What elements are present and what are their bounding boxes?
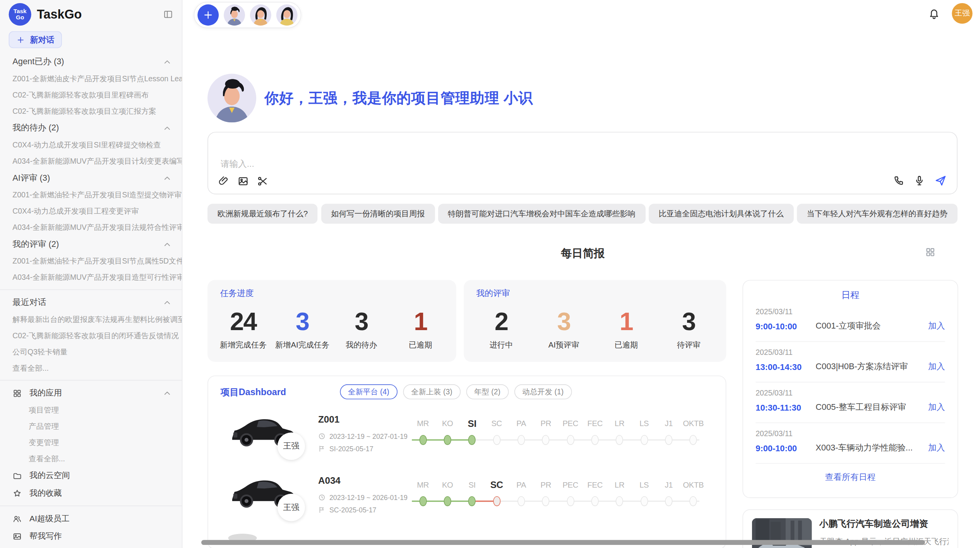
divider (0, 380, 182, 381)
milestone-cells: MRKOSISCPAPRPECFECLRLSJ1OKTB (411, 479, 706, 515)
agent-avatar-3[interactable] (276, 4, 298, 26)
add-agent-button[interactable] (197, 4, 219, 26)
clock-icon (318, 432, 326, 440)
chevron-up-icon[interactable] (163, 298, 172, 307)
stat-item: 2进行中 (470, 307, 532, 351)
dashboard-filter-chip[interactable]: 年型 (2) (466, 384, 509, 399)
sidebar-section-header-3[interactable]: 我的评审 (2) (0, 236, 182, 253)
sidebar-link-1[interactable]: 我的收藏 (0, 484, 182, 502)
sidebar-task-item[interactable]: Z001-全新燃油皮卡产品开发项目SI节点Lesson Learn报告 (0, 70, 182, 87)
suggestion-chip[interactable]: 欧洲新规最近颁布了什么? (207, 204, 318, 224)
scissors-icon[interactable] (257, 176, 268, 187)
sidebar-section-header-0[interactable]: Agent已办 (3) (0, 53, 182, 70)
sidebar-task-item[interactable]: A034-全新新能源MUV产品开发项目法规符合性评审 (0, 219, 182, 236)
project-row[interactable]: 王强A0342023-12-19 ~ 2026-01-19SC-2025-05-… (208, 466, 727, 527)
dashboard-filter-chip[interactable]: 动总开发 (1) (514, 384, 572, 399)
milestone-dot-pending (616, 496, 623, 506)
event-join-link[interactable]: 加入 (928, 402, 945, 413)
suggestion-chip[interactable]: 当下年轻人对汽车外观有怎样的喜好趋势 (797, 204, 958, 224)
milestone-label: SC (484, 479, 509, 493)
sidebar-tool-1[interactable]: 帮我写作 (0, 527, 182, 545)
event-row: 9:00-10:00C001-立项审批会加入 (756, 320, 945, 332)
sidebar-tool-2[interactable]: 创意制图 (0, 545, 182, 548)
sidebar-item-my-apps[interactable]: 我的应用 (0, 384, 182, 402)
milestone-chain: MRKOSISCPAPRPECFECLRLSJ1OKTB (411, 418, 706, 454)
stat-value: 24 (214, 307, 273, 336)
event-join-link[interactable]: 加入 (928, 361, 945, 372)
dashboard-header: 项目Dashboard 全新平台 (4)全新上装 (3)年型 (2)动总开发 (… (208, 376, 726, 399)
recent-chat-item[interactable]: 查看全部... (0, 360, 182, 376)
input-placeholder: 请输入... (221, 159, 254, 170)
milestone: SC (484, 479, 509, 515)
milestone: LS (632, 418, 656, 454)
sidebar-tool-0[interactable]: AI超级员工 (0, 510, 182, 527)
layout-grid-icon[interactable] (925, 247, 935, 257)
chevron-up-icon[interactable] (163, 240, 172, 249)
sidebar-task-item[interactable]: Z001-全新燃油轻卡产品开发项目SI节点属性5D文件评审 (0, 253, 182, 269)
recent-chat-item[interactable]: 解释最新出台的欧盟报废车法规再生塑料比例被调至15%... (0, 311, 182, 327)
suggestion-chip[interactable]: 特朗普可能对进口汽车增税会对中国车企造成哪些影响 (438, 204, 645, 224)
stat-label: 新增完成任务 (214, 340, 273, 350)
event-join-link[interactable]: 加入 (928, 320, 945, 332)
stat-card-title: 我的评审 (470, 288, 720, 299)
milestone-label: OKTB (681, 479, 706, 493)
user-avatar[interactable]: 王强 (952, 3, 972, 24)
milestone: MR (411, 479, 435, 515)
chat-input[interactable]: 请输入... (207, 132, 958, 194)
stat-label: 新增AI完成任务 (273, 340, 332, 350)
app-sub-item[interactable]: 产品管理 (0, 418, 182, 434)
sidebar-collapse-icon[interactable] (163, 9, 173, 19)
chevron-up-icon[interactable] (163, 389, 172, 398)
app-sub-item[interactable]: 查看全部... (0, 450, 182, 467)
phone-icon[interactable] (893, 175, 905, 186)
stat-card: 任务进度24新增完成任务3新增AI完成任务3我的待办1已逾期 (207, 280, 456, 362)
sidebar-task-item[interactable]: C02-飞腾新能源轻客改款项目立项汇报方案 (0, 103, 182, 119)
sidebar-task-item[interactable]: C0X4-动力总成开发项目SI里程碑提交物检查 (0, 137, 182, 153)
sidebar-task-item[interactable]: A034-全新新能源MUV产品开发项目计划变更表编写 (0, 153, 182, 170)
send-icon[interactable] (934, 175, 947, 187)
image-icon[interactable] (238, 176, 249, 187)
notification-bell-icon[interactable] (928, 7, 940, 19)
stat-columns: 2进行中3AI预评审1已逾期3待评审 (470, 307, 720, 351)
sidebar-task-item[interactable]: C0X4-动力总成开发项目工程变更评审 (0, 203, 182, 219)
agent-avatar-1[interactable] (224, 4, 245, 26)
milestone: SI (460, 479, 485, 515)
mic-icon[interactable] (914, 175, 925, 186)
sidebar-task-item[interactable]: Z001-全新燃油轻卡产品开发项目SI造型提交物评审 (0, 187, 182, 203)
input-attachments (218, 176, 268, 187)
view-all-schedule-link[interactable]: 查看所有日程 (756, 464, 945, 491)
sidebar-section-header-1[interactable]: 我的待办 (2) (0, 119, 182, 137)
paperclip-icon[interactable] (218, 176, 230, 187)
agent-avatar-2[interactable] (250, 4, 271, 26)
suggestion-chip[interactable]: 比亚迪全固态电池计划具体说了什么 (649, 204, 794, 224)
dashboard-filter-chip[interactable]: 全新平台 (4) (340, 384, 397, 399)
sidebar-section-recent-chats[interactable]: 最近对话 (0, 294, 182, 311)
event-join-link[interactable]: 加入 (928, 442, 945, 454)
dashboard-filter-chip[interactable]: 全新上装 (3) (403, 384, 461, 399)
milestone-label: PA (509, 479, 534, 493)
sidebar-task-item[interactable]: A034-全新新能源MUV产品开发项目造型可行性评审 (0, 269, 182, 286)
milestone-label: FEC (583, 479, 607, 493)
divider (0, 505, 182, 506)
chevron-up-icon[interactable] (163, 57, 172, 67)
suggestion-chip[interactable]: 如何写一份清晰的项目周报 (321, 204, 435, 224)
app-sub-item[interactable]: 项目管理 (0, 402, 182, 418)
chevron-up-icon[interactable] (163, 123, 172, 133)
milestone-dot-pending (567, 496, 574, 506)
stat-item: 3我的待办 (332, 307, 391, 351)
recent-chat-item[interactable]: 公司Q3轻卡销量 (0, 344, 182, 360)
dashboard-filters: 全新平台 (4)全新上装 (3)年型 (2)动总开发 (1) (340, 384, 572, 399)
app-sub-item[interactable]: 变更管理 (0, 434, 182, 450)
flag-icon (318, 445, 326, 452)
sidebar-task-item[interactable]: C02-飞腾新能源轻客改款项目里程碑画布 (0, 87, 182, 103)
event-row: 13:00-14:30C003|H0B-方案冻结评审加入 (756, 361, 945, 372)
recent-chat-item[interactable]: C02-飞腾新能源轻客改款项目的闭环通告反馈情况 (0, 327, 182, 344)
sidebar-link-0[interactable]: 我的云空间 (0, 467, 182, 484)
project-row[interactable]: 王强Z0012023-12-19 ~ 2027-01-19SI-2025-05-… (208, 405, 727, 466)
stat-value: 3 (332, 307, 391, 336)
horizontal-scrollbar[interactable] (201, 540, 925, 545)
sidebar-section-header-2[interactable]: AI评审 (3) (0, 170, 182, 187)
new-chat-button[interactable]: 新对话 (9, 31, 62, 48)
schedule-event: 2025/03/119:00-10:00X003-车辆动力学性能验...加入 (756, 423, 945, 464)
chevron-up-icon[interactable] (163, 173, 172, 183)
